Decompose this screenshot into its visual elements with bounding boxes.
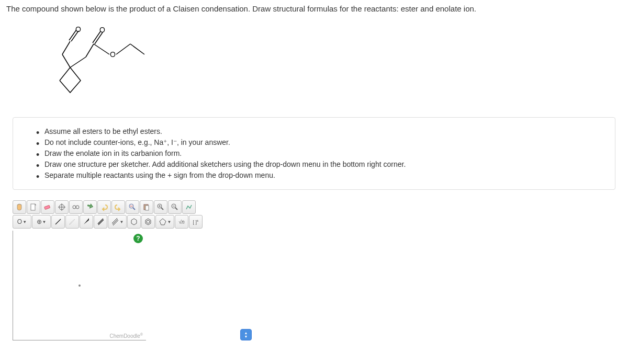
drawing-canvas[interactable]: ? ChemDoodle®: [13, 231, 146, 340]
single-bond-icon[interactable]: [51, 215, 65, 229]
help-button[interactable]: ?: [133, 234, 143, 243]
element-button[interactable]: O▼: [13, 215, 31, 229]
cyclohexane-icon[interactable]: [127, 215, 141, 229]
settings-icon[interactable]: [182, 200, 196, 214]
instructions-box: Assume all esters to be ethyl esters. Do…: [13, 117, 615, 190]
product-structure: O O O: [2, 15, 626, 111]
double-bond-icon[interactable]: [94, 215, 107, 229]
svg-marker-41: [131, 219, 137, 225]
document-icon[interactable]: [27, 200, 40, 214]
instruction-item: Draw one structure per sketcher. Add add…: [44, 159, 604, 170]
eraser-icon[interactable]: [41, 200, 54, 214]
toolbar-row-1: H: [13, 200, 615, 214]
benzene-icon[interactable]: [141, 215, 155, 229]
svg-line-35: [70, 219, 75, 224]
hand-tool-icon[interactable]: [13, 200, 26, 214]
svg-rect-14: [31, 204, 35, 210]
svg-line-8: [94, 44, 109, 54]
recessed-bond-icon[interactable]: [65, 215, 79, 229]
svg-line-4: [70, 57, 86, 67]
center-icon[interactable]: [55, 200, 69, 214]
sketcher-widget: H O▼ ⊕▼ ▼ ▼ √n [ ]± ? ChemDoodle® ▲ ▼: [13, 200, 615, 351]
svg-line-10: [130, 44, 144, 54]
wedge-bond-icon[interactable]: [80, 215, 93, 229]
charge-button[interactable]: ⊕▼: [32, 215, 51, 229]
cyclopentane-icon[interactable]: ▼: [155, 215, 174, 229]
svg-text:O: O: [99, 26, 105, 34]
svg-point-43: [147, 220, 150, 223]
svg-line-28: [161, 208, 163, 210]
svg-line-23: [133, 208, 135, 210]
bracket-icon[interactable]: [ ]±: [189, 215, 203, 229]
instruction-item: Assume all esters to be ethyl esters.: [44, 126, 604, 137]
svg-line-34: [55, 219, 61, 224]
search-struct-icon[interactable]: H: [126, 200, 139, 214]
svg-point-19: [73, 206, 76, 209]
redo-icon[interactable]: [111, 200, 125, 214]
svg-rect-15: [44, 205, 50, 209]
svg-line-5: [86, 44, 94, 57]
triple-bond-icon[interactable]: ▼: [108, 215, 127, 229]
svg-rect-26: [145, 206, 149, 210]
add-sketcher-stepper[interactable]: ▲ ▼: [240, 329, 252, 340]
molecule-svg: O O O: [23, 26, 159, 99]
svg-text:O: O: [75, 26, 81, 33]
glasses-icon[interactable]: [69, 200, 83, 214]
instruction-item: Do not include counter-ions, e.g., Na⁺, …: [44, 137, 604, 148]
flip-icon[interactable]: [83, 200, 97, 214]
svg-line-32: [175, 208, 177, 210]
chemdoodle-brand: ChemDoodle®: [109, 333, 143, 339]
zoom-in-icon[interactable]: [154, 200, 167, 214]
chain-icon[interactable]: √n: [175, 215, 188, 229]
canvas-placeholder-dot: [78, 285, 81, 287]
toolbar-row-2: O▼ ⊕▼ ▼ ▼ √n [ ]±: [13, 215, 615, 229]
svg-line-9: [116, 44, 130, 54]
svg-line-0: [62, 54, 70, 67]
svg-line-1: [62, 41, 70, 54]
svg-text:H: H: [130, 204, 132, 208]
zoom-out-icon[interactable]: [168, 200, 182, 214]
paste-icon[interactable]: [140, 200, 153, 214]
instruction-item: Separate multiple reactants using the + …: [44, 170, 604, 181]
question-text: The compound shown below is the product …: [2, 2, 626, 15]
svg-marker-44: [160, 219, 166, 225]
undo-icon[interactable]: [97, 200, 111, 214]
svg-text:O: O: [110, 50, 116, 59]
instruction-item: Draw the enolate ion in its carbanion fo…: [44, 148, 604, 159]
svg-point-20: [76, 206, 79, 209]
